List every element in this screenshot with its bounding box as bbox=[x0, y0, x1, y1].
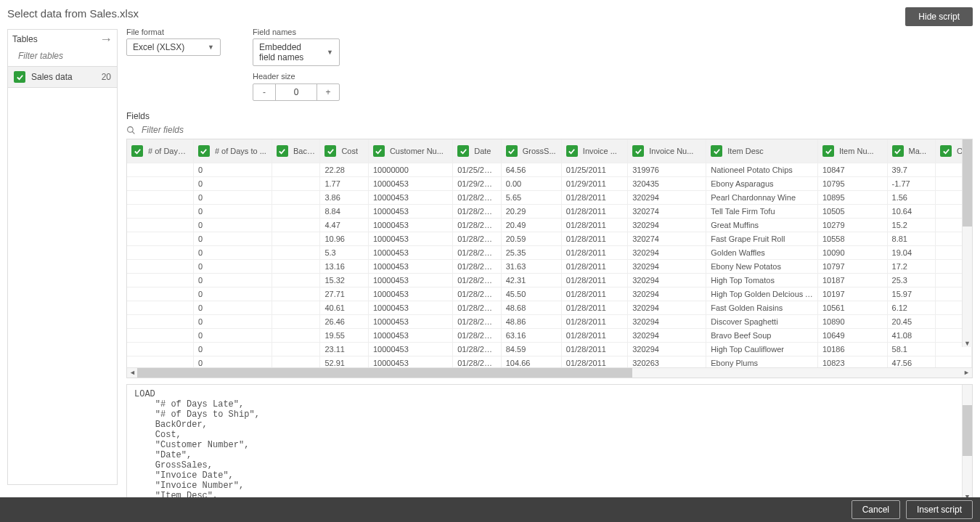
table-item-sales-data[interactable]: Sales data 20 bbox=[8, 66, 117, 88]
column-label: Item Desc bbox=[727, 147, 764, 155]
checkbox-checked-icon[interactable] bbox=[14, 71, 25, 83]
cell: 01/28/2011 bbox=[453, 260, 501, 274]
scroll-right-icon[interactable]: ► bbox=[961, 369, 972, 376]
cell bbox=[271, 246, 319, 260]
checkbox-checked-icon[interactable] bbox=[277, 145, 288, 157]
table-row[interactable]: 015.321000045301/28/201142.3101/28/20113… bbox=[127, 274, 972, 287]
insert-script-button[interactable]: Insert script bbox=[906, 500, 973, 519]
horizontal-scrollbar[interactable]: ◄ ► bbox=[127, 367, 972, 378]
cancel-button[interactable]: Cancel bbox=[852, 500, 900, 519]
table-row[interactable]: 01.771000045301/29/20110.0001/29/2011320… bbox=[127, 177, 972, 191]
column-header[interactable]: Item Nu... bbox=[818, 139, 888, 163]
column-header[interactable]: Cost bbox=[320, 139, 368, 163]
cell: 10000453 bbox=[368, 260, 452, 274]
checkbox-checked-icon[interactable] bbox=[506, 145, 518, 157]
column-label: Invoice ... bbox=[583, 147, 617, 155]
script-editor[interactable]: LOAD "# of Days Late", "# of Days to Shi… bbox=[126, 384, 973, 502]
checkbox-checked-icon[interactable] bbox=[457, 145, 469, 157]
cell: 8.84 bbox=[320, 205, 368, 219]
table-row[interactable]: 04.471000045301/28/201120.4901/28/201132… bbox=[127, 219, 972, 232]
table-row[interactable]: 027.711000045301/28/201145.5001/28/20113… bbox=[127, 287, 972, 301]
column-header[interactable]: BackO... bbox=[271, 139, 319, 163]
cell bbox=[271, 274, 319, 287]
cell: 10561 bbox=[818, 301, 888, 315]
cell bbox=[271, 287, 319, 301]
table-row[interactable]: 010.961000045301/28/201120.5901/28/20113… bbox=[127, 232, 972, 246]
arrow-right-icon[interactable]: → bbox=[99, 36, 113, 43]
fields-label: Fields bbox=[126, 111, 973, 121]
table-row[interactable]: 026.461000045301/28/201148.8601/28/20113… bbox=[127, 315, 972, 329]
column-header[interactable]: Item Desc bbox=[706, 139, 818, 163]
checkbox-checked-icon[interactable] bbox=[131, 145, 143, 157]
cell: 10000453 bbox=[368, 329, 452, 343]
column-header[interactable]: Invoice ... bbox=[561, 139, 627, 163]
column-header[interactable]: Invoice Nu... bbox=[628, 139, 706, 163]
cell: 10505 bbox=[818, 205, 888, 219]
checkbox-checked-icon[interactable] bbox=[198, 145, 210, 157]
cell: 01/28/2011 bbox=[453, 274, 501, 287]
cell bbox=[127, 329, 193, 343]
header-size-plus[interactable]: + bbox=[317, 84, 339, 100]
cell bbox=[127, 274, 193, 287]
scroll-down-icon[interactable]: ▼ bbox=[963, 340, 972, 347]
cell: 01/28/2011 bbox=[453, 232, 501, 246]
column-header[interactable]: Customer Nu... bbox=[368, 139, 452, 163]
cell: 0 bbox=[193, 232, 271, 246]
scrollbar-thumb[interactable] bbox=[137, 368, 632, 378]
file-format-select[interactable]: Excel (XLSX) ▼ bbox=[126, 38, 221, 56]
cell bbox=[127, 163, 193, 177]
table-row[interactable]: 05.31000045301/28/201125.3501/28/2011320… bbox=[127, 246, 972, 260]
cell: 10823 bbox=[818, 356, 888, 368]
scrollbar-thumb[interactable] bbox=[963, 405, 972, 456]
cell: 48.86 bbox=[501, 315, 561, 329]
table-row[interactable]: 052.911000045301/28/2011104.6601/28/2011… bbox=[127, 356, 972, 368]
header-size-value[interactable]: 0 bbox=[275, 84, 317, 100]
table-row[interactable]: 013.161000045301/28/201131.6301/28/20113… bbox=[127, 260, 972, 274]
cell bbox=[127, 191, 193, 205]
field-names-select[interactable]: Embedded field names ▼ bbox=[253, 38, 340, 66]
cell: 320294 bbox=[628, 343, 706, 356]
vertical-scrollbar[interactable]: ▼ bbox=[962, 139, 972, 347]
column-header[interactable]: # of Days ... bbox=[127, 139, 193, 163]
filter-tables-input[interactable] bbox=[17, 50, 129, 62]
checkbox-checked-icon[interactable] bbox=[632, 145, 644, 157]
checkbox-checked-icon[interactable] bbox=[940, 145, 952, 157]
cell: 0 bbox=[193, 356, 271, 368]
column-label: Invoice Nu... bbox=[649, 147, 693, 155]
column-header[interactable]: Date bbox=[453, 139, 501, 163]
vertical-scrollbar[interactable]: ▼ bbox=[962, 385, 972, 501]
column-header[interactable]: GrossS... bbox=[501, 139, 561, 163]
cell bbox=[127, 177, 193, 191]
table-row[interactable]: 022.281000000001/25/201164.5601/25/20113… bbox=[127, 163, 972, 177]
cell bbox=[127, 315, 193, 329]
cell: Pearl Chardonnay Wine bbox=[706, 191, 818, 205]
column-header[interactable]: # of Days to ... bbox=[193, 139, 271, 163]
cell: 10000453 bbox=[368, 246, 452, 260]
cell: 0 bbox=[193, 163, 271, 177]
table-row[interactable]: 023.111000045301/28/201184.5901/28/20113… bbox=[127, 343, 972, 356]
checkbox-checked-icon[interactable] bbox=[892, 145, 904, 157]
filter-fields-input[interactable] bbox=[140, 124, 960, 136]
cell: 01/25/2011 bbox=[561, 163, 627, 177]
checkbox-checked-icon[interactable] bbox=[324, 145, 336, 157]
table-row[interactable]: 040.611000045301/28/201148.6801/28/20113… bbox=[127, 301, 972, 315]
checkbox-checked-icon[interactable] bbox=[711, 145, 722, 157]
cell: 320294 bbox=[628, 329, 706, 343]
column-label: Ma... bbox=[909, 147, 926, 155]
scroll-left-icon[interactable]: ◄ bbox=[127, 369, 138, 376]
column-header[interactable]: Ma... bbox=[887, 139, 935, 163]
cell: 10000453 bbox=[368, 274, 452, 287]
table-row[interactable]: 08.841000045301/28/201120.2901/28/201132… bbox=[127, 205, 972, 219]
cell: 0 bbox=[193, 246, 271, 260]
header-size-minus[interactable]: - bbox=[253, 84, 275, 100]
scrollbar-thumb[interactable] bbox=[963, 139, 972, 227]
cell: 47.56 bbox=[887, 356, 935, 368]
table-row[interactable]: 03.861000045301/28/20115.6501/28/2011320… bbox=[127, 191, 972, 205]
checkbox-checked-icon[interactable] bbox=[566, 145, 578, 157]
cell: 0 bbox=[193, 260, 271, 274]
table-row[interactable]: 019.551000045301/28/201163.1601/28/20113… bbox=[127, 329, 972, 343]
checkbox-checked-icon[interactable] bbox=[373, 145, 385, 157]
checkbox-checked-icon[interactable] bbox=[822, 145, 834, 157]
cell: Great Muffins bbox=[706, 219, 818, 232]
hide-script-button[interactable]: Hide script bbox=[905, 7, 973, 26]
